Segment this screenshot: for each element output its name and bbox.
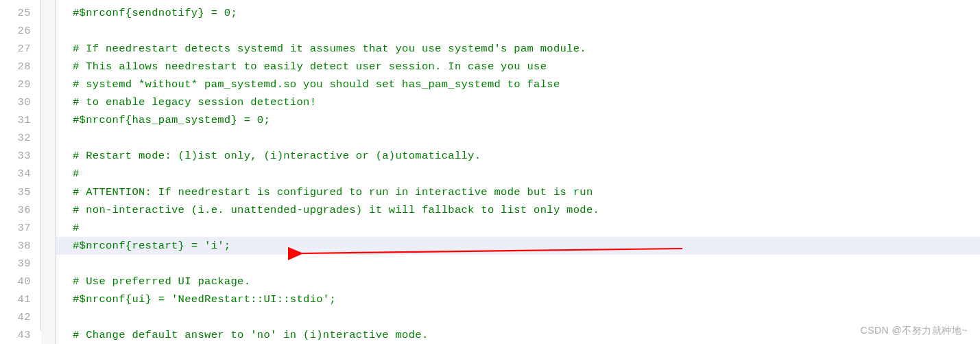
line-number: 40 (0, 273, 40, 290)
line-number: 38 (0, 237, 40, 255)
code-line: # This allows needrestart to easily dete… (73, 58, 980, 76)
line-number: 43 (0, 326, 40, 344)
code-area[interactable]: # using scripts from $nrconf{notify_d}.#… (56, 0, 980, 344)
code-line (73, 129, 980, 147)
gutter: 2425262728293031323334353637383940414243 (0, 0, 56, 344)
code-line (73, 22, 980, 40)
line-number: 30 (0, 93, 40, 111)
line-number: 36 (0, 201, 40, 219)
code-line: # to enable legacy session detection! (73, 93, 980, 111)
code-line (73, 308, 980, 326)
code-line: #$nrconf{has_pam_systemd} = 0; (73, 111, 980, 129)
code-line: # Restart mode: (l)ist only, (i)nteracti… (73, 147, 980, 165)
line-number: 28 (0, 58, 40, 76)
line-numbers: 2425262728293031323334353637383940414243 (0, 0, 41, 330)
line-number: 32 (0, 129, 40, 147)
code-line: #$nrconf{ui} = 'NeedRestart::UI::stdio'; (73, 290, 980, 308)
line-number: 37 (0, 219, 40, 237)
line-number: 26 (0, 22, 40, 40)
code-line: # non-interactive (i.e. unattended-upgra… (73, 201, 980, 219)
line-number: 42 (0, 308, 40, 326)
code-line: # (73, 165, 980, 183)
code-line: # If needrestart detects systemd it assu… (73, 40, 980, 58)
line-number: 25 (0, 4, 40, 22)
code-line (73, 255, 980, 273)
line-number: 29 (0, 76, 40, 93)
line-number: 31 (0, 111, 40, 129)
line-number: 34 (0, 165, 40, 183)
line-number: 39 (0, 255, 40, 273)
code-line: #$nrconf{sendnotify} = 0; (73, 4, 980, 22)
watermark: CSDN @不努力就种地~ (861, 325, 968, 337)
line-number: 35 (0, 183, 40, 201)
code-editor: 2425262728293031323334353637383940414243… (0, 0, 980, 344)
code-line: # (73, 219, 980, 237)
code-line: # Change default answer to 'no' in (i)nt… (73, 326, 980, 344)
code-line: #$nrconf{restart} = 'i'; (56, 237, 980, 255)
fold-gutter (41, 0, 56, 344)
code-line: # systemd *without* pam_systemd.so you s… (73, 76, 980, 93)
line-number: 27 (0, 40, 40, 58)
line-number: 41 (0, 290, 40, 308)
line-number: 33 (0, 147, 40, 165)
code-line: # ATTENTION: If needrestart is configure… (73, 183, 980, 201)
code-line: # Use preferred UI package. (73, 273, 980, 290)
